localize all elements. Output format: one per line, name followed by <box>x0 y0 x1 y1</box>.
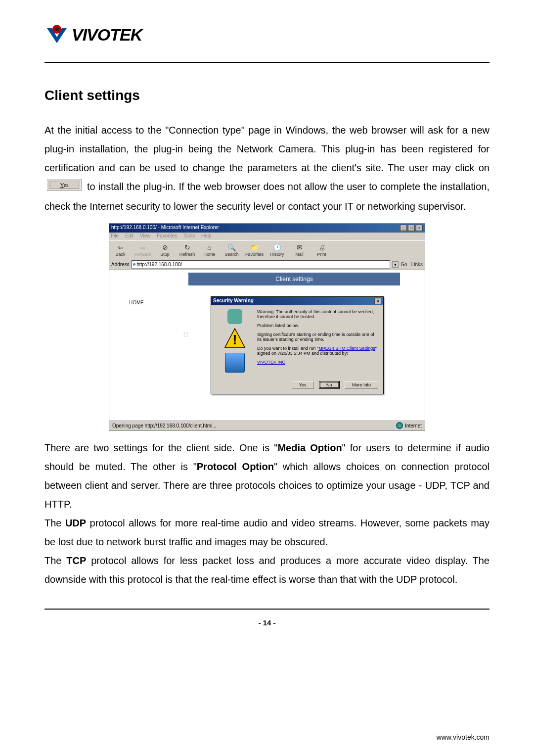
menu-edit[interactable]: Edit <box>125 233 134 238</box>
go-button[interactable]: Go <box>400 262 407 267</box>
dropdown-icon[interactable]: ▾ <box>392 261 399 268</box>
dialog-text: Warning: The authenticity of this conten… <box>255 309 379 373</box>
menu-view[interactable]: View <box>140 233 151 238</box>
paragraph-2: There are two settings for the client si… <box>44 438 490 589</box>
top-divider <box>44 62 490 63</box>
home-icon: ⌂ <box>205 243 214 252</box>
ie-title-text: http://192.168.0.100/ - Microsoft Intern… <box>111 225 219 232</box>
menu-favorites[interactable]: Favorites <box>157 233 177 238</box>
bottom-divider <box>44 609 490 610</box>
page-number: - 14 - <box>44 618 490 627</box>
paragraph-1: At the initial access to the "Connection… <box>44 121 490 216</box>
logo-text: VIVOTEK <box>72 25 142 45</box>
back-arrow-icon: ⇦ <box>116 243 125 252</box>
maximize-icon[interactable]: □ <box>408 225 415 231</box>
logo: VIVOTEK <box>44 22 490 47</box>
speaker-toggle[interactable]: ☐ <box>183 332 188 337</box>
udp-bold: UDP <box>65 518 86 528</box>
screenshot-wrapper: http://192.168.0.100/ - Microsoft Intern… <box>44 223 490 431</box>
vivotek-logo-icon <box>44 22 69 47</box>
yes-button[interactable]: Yes <box>292 381 314 389</box>
favorites-icon: 📁 <box>250 243 259 252</box>
refresh-button[interactable]: ↻ Refresh <box>178 243 196 257</box>
dialog-body: ! Warning: The authenticity of this cont… <box>211 305 383 377</box>
dialog-title-text: Security Warning <box>213 298 254 304</box>
dialog-question: Do you want to install and run "MPEG4 SH… <box>257 346 379 356</box>
minimize-icon[interactable]: _ <box>400 225 407 231</box>
history-icon: 🕐 <box>273 243 282 252</box>
favorites-button[interactable]: 📁 Favorites <box>245 243 264 257</box>
forward-arrow-icon: ⇨ <box>138 243 147 252</box>
refresh-icon: ↻ <box>183 243 192 252</box>
tcp-bold: TCP <box>66 555 86 566</box>
more-info-button[interactable]: More Info <box>345 381 378 389</box>
ie-toolbar: ⇦ Back ⇨ Forward ⊘ Stop ↻ Refresh ⌂ Ho <box>109 240 425 259</box>
svg-text:Yes: Yes <box>60 182 69 189</box>
address-label: Address <box>111 262 130 267</box>
svg-text:!: ! <box>232 332 237 347</box>
svg-point-1 <box>55 27 59 31</box>
screenshot: http://192.168.0.100/ - Microsoft Intern… <box>109 223 425 431</box>
dialog-problem-label: Problem listed below: <box>257 323 379 328</box>
para1-part1: At the initial access to the "Connection… <box>44 125 490 173</box>
inline-yes-button-image: Yes <box>47 178 82 197</box>
internet-zone-icon <box>396 422 403 429</box>
address-input[interactable]: e http://192.168.0.100/ <box>132 260 391 269</box>
dialog-signing-text: Signing certificate's starting or ending… <box>257 332 379 342</box>
page-title: Client settings <box>44 88 490 103</box>
ie-titlebar: http://192.168.0.100/ - Microsoft Intern… <box>109 224 425 233</box>
vendor-link[interactable]: VIVOTEK INC <box>257 360 285 365</box>
dialog-titlebar: Security Warning × <box>211 297 383 305</box>
client-settings-banner: Client settings <box>188 273 400 285</box>
no-button[interactable]: No <box>319 381 340 389</box>
protocol-option-bold: Protocol Option <box>197 461 274 472</box>
mpeg4-link[interactable]: MPEG4 SHM Client Settings <box>318 346 375 351</box>
mail-button[interactable]: ✉ Mail <box>291 243 308 257</box>
dialog-icons: ! <box>215 309 255 373</box>
ie-statusbar: Opening page http://192.168.0.100/client… <box>109 421 425 430</box>
stop-button[interactable]: ⊘ Stop <box>156 243 174 257</box>
search-button[interactable]: 🔍 Search <box>223 243 240 257</box>
back-button[interactable]: ⇦ Back <box>112 243 129 257</box>
ie-content: Client settings HOME ☐ Security Warning … <box>109 273 425 421</box>
security-warning-dialog: Security Warning × ! <box>211 296 384 394</box>
menu-tools[interactable]: Tools <box>183 233 195 238</box>
print-icon: 🖨 <box>317 243 326 252</box>
para1-part2: to install the plug-in. If the web brows… <box>44 181 490 212</box>
forward-button[interactable]: ⇨ Forward <box>134 243 151 257</box>
dialog-close-icon[interactable]: × <box>374 298 381 304</box>
warning-triangle-icon: ! <box>223 327 247 350</box>
mail-icon: ✉ <box>295 243 304 252</box>
footer-website: www.vivotek.com <box>437 733 490 741</box>
print-button[interactable]: 🖨 Print <box>313 243 330 257</box>
statusbar-right: Internet <box>396 422 422 429</box>
close-icon[interactable]: × <box>416 225 423 231</box>
media-option-bold: Media Option <box>277 442 342 453</box>
menu-help[interactable]: Help <box>201 233 212 238</box>
window-controls: _ □ × <box>400 225 423 232</box>
dialog-warning: Warning: The authenticity of this conten… <box>257 309 379 319</box>
ie-addressbar: Address e http://192.168.0.100/ ▾ Go Lin… <box>109 259 425 270</box>
dialog-buttons: Yes No More Info <box>211 377 383 394</box>
menu-file[interactable]: File <box>111 233 119 238</box>
links-label[interactable]: Links <box>411 262 423 267</box>
certificate-icon <box>227 309 242 324</box>
stop-icon: ⊘ <box>161 243 170 252</box>
home-link[interactable]: HOME <box>129 300 144 305</box>
statusbar-zone: Internet <box>405 423 422 428</box>
home-button[interactable]: ⌂ Home <box>201 243 218 257</box>
history-button[interactable]: 🕐 History <box>268 243 286 257</box>
logo-container: VIVOTEK <box>44 22 490 47</box>
ie-menubar: File Edit View Favorites Tools Help <box>109 233 425 240</box>
statusbar-text: Opening page http://192.168.0.100/client… <box>112 423 217 428</box>
search-icon: 🔍 <box>227 243 236 252</box>
computer-icon <box>225 353 245 373</box>
